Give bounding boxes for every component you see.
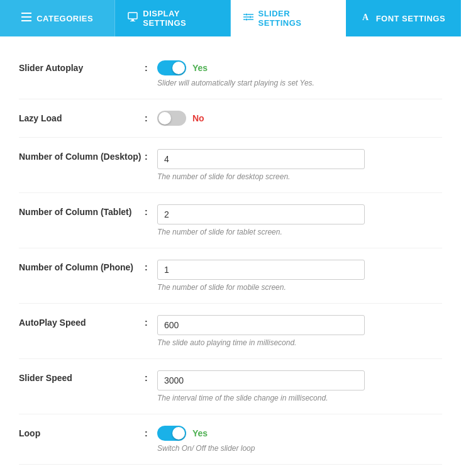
setting-row-autoplay-speed: AutoPlay Speed:The slide auto playing ti… [19, 304, 442, 359]
setting-label-number-column-tablet: Number of Column (Tablet) [19, 204, 145, 217]
setting-control-lazy-load: No [157, 111, 442, 126]
setting-hint-number-column-desktop: The number of slide for desktop screen. [157, 172, 442, 181]
svg-rect-5 [130, 21, 135, 21]
svg-rect-0 [21, 13, 31, 14]
toggle-slider-loop [157, 426, 186, 441]
toggle-slider-autoplay[interactable] [157, 60, 186, 75]
toggle-lazy-load[interactable] [157, 111, 186, 126]
toggle-loop[interactable] [157, 426, 186, 441]
setting-control-number-column-desktop: The number of slide for desktop screen. [157, 149, 442, 181]
setting-row-lazy-load: Lazy Load:No [19, 99, 442, 138]
svg-rect-3 [128, 13, 137, 19]
tab-label-font-settings: FONT SETTINGS [376, 14, 446, 23]
setting-hint-number-column-phone: The number of slide for mobile screen. [157, 283, 442, 292]
setting-colon-number-column-desktop: : [145, 149, 157, 162]
setting-row-loop: Loop:YesSwitch On/ Off the slider loop [19, 414, 442, 465]
setting-colon-slider-speed: : [145, 370, 157, 383]
tab-label-categories: CATEGORIES [36, 14, 93, 23]
toggle-status-slider-autoplay: Yes [192, 63, 208, 73]
setting-control-autoplay-speed: The slide auto playing time in milliseco… [157, 315, 442, 347]
setting-colon-loop: : [145, 426, 157, 438]
input-number-column-phone[interactable] [157, 260, 365, 280]
tab-label-slider-settings: SLIDER SETTINGS [258, 9, 333, 28]
input-number-column-tablet[interactable] [157, 204, 365, 224]
toggle-slider-lazy-load [157, 111, 186, 126]
setting-row-slider-speed: Slider Speed:The interval time of the sl… [19, 359, 442, 414]
svg-point-6 [245, 14, 247, 16]
setting-label-number-column-phone: Number of Column (Phone) [19, 260, 145, 272]
svg-point-9 [249, 16, 251, 18]
setting-row-column-gap: Column Gap:Space between the slide in pi… [19, 465, 442, 476]
tab-label-display-settings: DISPLAY SETTINGS [143, 9, 217, 28]
tab-font-settings[interactable]: AFONT SETTINGS [346, 0, 461, 36]
setting-hint-slider-autoplay: Slider will automatically start playing … [157, 79, 442, 87]
setting-row-number-column-tablet: Number of Column (Tablet):The number of … [19, 193, 442, 248]
setting-control-loop: YesSwitch On/ Off the slider loop [157, 426, 442, 453]
setting-hint-slider-speed: The interval time of the slide change in… [157, 394, 442, 402]
setting-row-number-column-phone: Number of Column (Phone):The number of s… [19, 248, 442, 304]
setting-colon-number-column-phone: : [145, 260, 157, 272]
setting-control-slider-autoplay: YesSlider will automatically start playi… [157, 60, 442, 87]
setting-row-slider-autoplay: Slider Autoplay:YesSlider will automatic… [19, 49, 442, 99]
font-settings-icon: A [361, 12, 371, 25]
setting-label-lazy-load: Lazy Load [19, 111, 145, 123]
toggle-wrap-slider-autoplay: Yes [157, 60, 442, 75]
toggle-wrap-loop: Yes [157, 426, 442, 441]
setting-row-number-column-desktop: Number of Column (Desktop):The number of… [19, 138, 442, 193]
setting-control-number-column-phone: The number of slide for mobile screen. [157, 260, 442, 292]
svg-rect-4 [131, 19, 134, 21]
input-number-column-desktop[interactable] [157, 149, 365, 169]
tab-slider-settings[interactable]: SLIDER SETTINGS [231, 0, 346, 36]
categories-icon [21, 12, 31, 25]
setting-hint-loop: Switch On/ Off the slider loop [157, 444, 442, 453]
setting-control-slider-speed: The interval time of the slide change in… [157, 370, 442, 402]
setting-hint-number-column-tablet: The number of slide for tablet screen. [157, 228, 442, 236]
setting-label-number-column-desktop: Number of Column (Desktop) [19, 149, 145, 162]
setting-colon-number-column-tablet: : [145, 204, 157, 217]
tab-categories[interactable]: CATEGORIES [0, 0, 115, 36]
setting-label-autoplay-speed: AutoPlay Speed [19, 315, 145, 328]
input-slider-speed[interactable] [157, 370, 365, 390]
setting-label-slider-autoplay: Slider Autoplay [19, 60, 145, 73]
svg-point-12 [245, 19, 247, 21]
settings-content: Slider Autoplay:YesSlider will automatic… [0, 36, 461, 476]
svg-text:A: A [362, 13, 369, 22]
setting-label-loop: Loop [19, 426, 145, 438]
svg-rect-2 [21, 20, 31, 21]
toggle-wrap-lazy-load: No [157, 111, 442, 126]
setting-colon-lazy-load: : [145, 111, 157, 123]
top-navigation: CATEGORIESDISPLAY SETTINGSSLIDER SETTING… [0, 0, 461, 36]
slider-settings-icon [243, 12, 253, 25]
setting-label-slider-speed: Slider Speed [19, 370, 145, 383]
input-autoplay-speed[interactable] [157, 315, 365, 335]
tab-display-settings[interactable]: DISPLAY SETTINGS [115, 0, 230, 36]
toggle-status-loop: Yes [192, 428, 208, 438]
svg-rect-1 [21, 16, 31, 18]
display-settings-icon [128, 12, 138, 25]
setting-colon-slider-autoplay: : [145, 60, 157, 73]
setting-control-number-column-tablet: The number of slide for tablet screen. [157, 204, 442, 236]
setting-colon-autoplay-speed: : [145, 315, 157, 328]
toggle-slider-slider-autoplay [157, 60, 186, 75]
setting-hint-autoplay-speed: The slide auto playing time in milliseco… [157, 338, 442, 347]
toggle-status-lazy-load: No [192, 113, 204, 123]
